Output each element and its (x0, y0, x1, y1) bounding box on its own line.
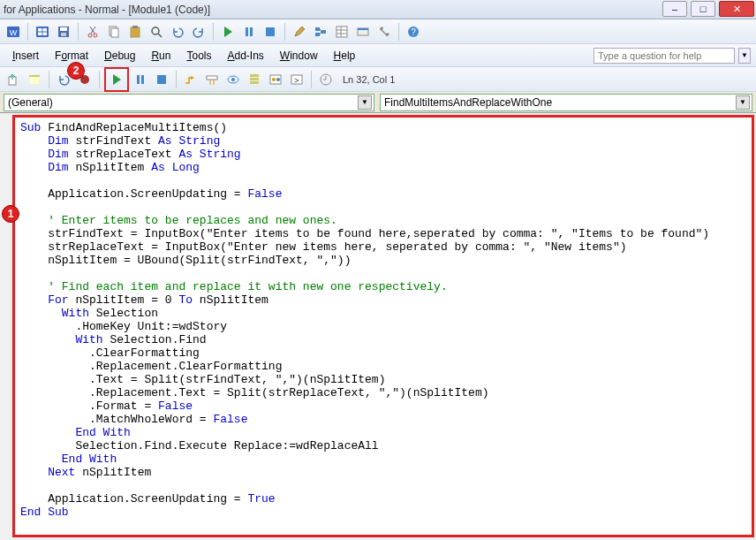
svg-rect-39 (157, 75, 166, 84)
svg-rect-16 (132, 26, 138, 28)
svg-rect-24 (321, 30, 326, 34)
svg-rect-27 (336, 27, 347, 37)
menu-addins[interactable]: Add-Ins (220, 47, 270, 65)
menu-bar: Insert Format Debug Run Tools Add-Ins Wi… (0, 44, 756, 67)
help-icon[interactable]: ? (404, 22, 423, 42)
save-icon[interactable] (54, 22, 73, 42)
svg-rect-45 (250, 81, 259, 84)
project-icon[interactable] (311, 22, 330, 42)
maximize-button[interactable]: □ (691, 1, 715, 17)
code-editor[interactable]: Sub FindAndReplaceMultiItems() Dim strFi… (15, 118, 752, 522)
svg-rect-19 (246, 27, 248, 36)
import-icon[interactable] (25, 70, 44, 89)
annotation-badge-2: 2 (67, 62, 85, 80)
svg-rect-22 (315, 27, 320, 31)
svg-rect-44 (250, 78, 259, 80)
svg-point-48 (276, 78, 280, 81)
export-icon[interactable] (4, 70, 23, 89)
redo-icon[interactable] (189, 22, 208, 42)
svg-text:?: ? (411, 27, 416, 37)
close-button[interactable]: ✕ (719, 1, 754, 17)
quickwatch-icon[interactable] (223, 70, 243, 89)
svg-line-18 (158, 34, 162, 37)
svg-rect-43 (250, 74, 259, 77)
object-icon[interactable] (353, 22, 373, 42)
stop-icon[interactable] (261, 22, 280, 42)
find-icon[interactable] (147, 22, 166, 42)
svg-rect-8 (61, 33, 66, 36)
callstack-icon[interactable] (245, 70, 264, 89)
watch-icon[interactable] (202, 70, 222, 89)
toolbox-icon[interactable] (374, 22, 394, 42)
paste-icon[interactable] (125, 22, 145, 42)
run-icon[interactable] (218, 22, 238, 42)
chevron-down-icon: ▼ (358, 95, 372, 110)
svg-rect-38 (141, 75, 144, 84)
procedure-dropdown-value: FindMultiItemsAndReplaceWithOne (384, 96, 552, 109)
help-search: ▼ (593, 48, 751, 64)
svg-point-9 (88, 34, 92, 37)
svg-rect-23 (315, 33, 320, 36)
svg-point-10 (94, 34, 97, 37)
menu-window[interactable]: Window (273, 47, 325, 65)
svg-line-25 (320, 29, 321, 32)
design-icon[interactable] (290, 22, 309, 42)
immediate-icon[interactable]: > (287, 70, 306, 89)
svg-rect-21 (266, 27, 275, 36)
help-dropdown[interactable]: ▼ (738, 48, 751, 64)
standard-toolbar: W ? (0, 19, 756, 44)
svg-rect-7 (60, 27, 67, 31)
svg-text:W: W (10, 28, 18, 37)
copy-icon[interactable] (104, 22, 124, 42)
window-controls: – □ ✕ (661, 0, 756, 19)
svg-line-12 (90, 27, 94, 34)
svg-rect-37 (137, 75, 140, 84)
annotation-badge-1: 1 (2, 205, 19, 223)
svg-rect-15 (131, 27, 140, 37)
object-dropdown[interactable]: (General) ▼ (4, 94, 374, 111)
svg-rect-40 (207, 76, 217, 80)
menu-debug[interactable]: Debug (97, 47, 142, 65)
run-icon-2[interactable] (107, 70, 126, 89)
menu-insert[interactable]: Insert (5, 47, 46, 65)
minimize-button[interactable]: – (662, 1, 687, 17)
step-icon[interactable] (181, 70, 200, 89)
cursor-position: Ln 32, Col 1 (343, 74, 395, 85)
object-proc-selector: (General) ▼ FindMultiItemsAndReplaceWith… (0, 92, 756, 113)
svg-point-42 (231, 78, 235, 81)
code-editor-wrap: Sub FindAndReplaceMultiItems() Dim strFi… (12, 115, 754, 537)
svg-rect-32 (358, 28, 368, 30)
word-icon[interactable]: W (4, 22, 23, 42)
excel-icon[interactable] (33, 22, 52, 42)
title-bar: for Applications - Normal - [Module1 (Co… (0, 0, 756, 19)
svg-point-17 (152, 27, 159, 34)
locals-icon[interactable] (266, 70, 285, 89)
svg-point-47 (272, 78, 276, 81)
object-dropdown-value: (General) (8, 96, 53, 109)
run-button-highlight (104, 67, 129, 92)
svg-rect-14 (111, 28, 118, 37)
debug-toolbar: > Ln 32, Col 1 (0, 67, 756, 92)
toggle-icon[interactable] (316, 70, 336, 89)
chevron-down-icon: ▼ (736, 95, 750, 110)
svg-text:>: > (294, 76, 299, 85)
undo-icon[interactable] (168, 22, 187, 42)
cut-icon[interactable] (83, 22, 102, 42)
menu-format[interactable]: Format (48, 47, 95, 65)
menu-help[interactable]: Help (327, 47, 363, 65)
svg-line-26 (320, 32, 321, 34)
pause-icon-2[interactable] (131, 70, 150, 89)
stop-icon-2[interactable] (152, 70, 171, 89)
properties-icon[interactable] (332, 22, 352, 42)
help-input[interactable] (593, 48, 735, 64)
menu-tools[interactable]: Tools (179, 47, 218, 65)
menu-run[interactable]: Run (144, 47, 178, 65)
procedure-dropdown[interactable]: FindMultiItemsAndReplaceWithOne ▼ (380, 94, 752, 111)
window-title: for Applications - Normal - [Module1 (Co… (4, 4, 210, 16)
svg-line-11 (91, 27, 95, 34)
pause-icon[interactable] (239, 22, 259, 42)
svg-rect-20 (250, 27, 253, 36)
